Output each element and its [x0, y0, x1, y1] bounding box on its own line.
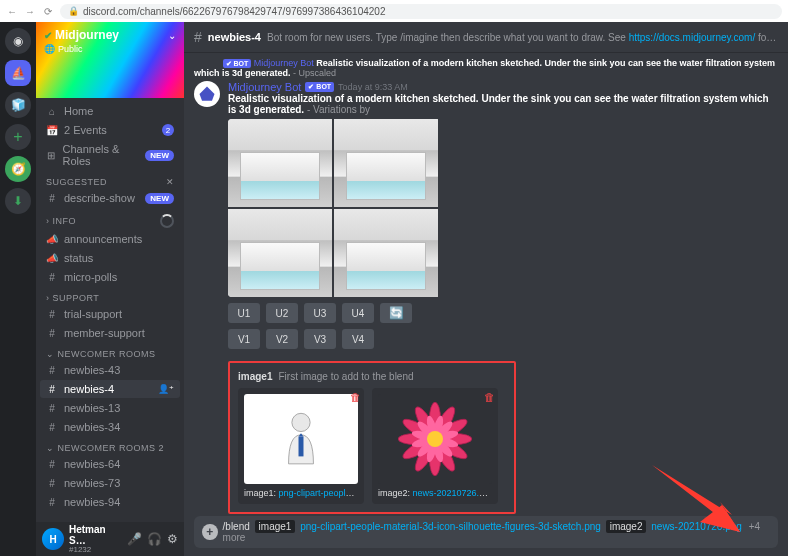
sidebar-item-announcements[interactable]: 📣announcements — [40, 230, 180, 248]
v2-button[interactable]: V2 — [266, 329, 298, 349]
user-panel: H Hetman S… #1232 🎤 🎧 ⚙ — [36, 522, 184, 556]
u3-button[interactable]: U3 — [304, 303, 336, 323]
param-chip[interactable]: image1 — [255, 520, 296, 533]
headphones-icon[interactable]: 🎧 — [147, 532, 162, 546]
message-text: Realistic visualization of a modern kitc… — [228, 93, 778, 115]
explore-button[interactable]: 🧭 — [5, 156, 31, 182]
grid-image-4[interactable] — [334, 209, 438, 297]
url-bar[interactable]: 🔒 discord.com/channels/66226797679842974… — [60, 4, 782, 19]
message-author[interactable]: Midjourney Bot — [254, 58, 314, 68]
person-add-icon[interactable]: 👤⁺ — [158, 384, 174, 394]
hash-icon: # — [46, 478, 58, 489]
delete-icon[interactable]: 🗑 — [350, 391, 361, 403]
v4-button[interactable]: V4 — [342, 329, 374, 349]
message-author[interactable]: Midjourney Bot — [228, 81, 301, 93]
command-preview: /blend image1 png-clipart-people-materia… — [223, 521, 770, 543]
hash-icon: # — [46, 309, 58, 320]
sidebar-item-newbies-13[interactable]: #newbies-13 — [40, 399, 180, 417]
blend-command-box: image1 First image to add to the blend 🗑… — [228, 361, 516, 514]
sidebar-item-home[interactable]: ⌂Home — [40, 102, 180, 120]
bot-tag: ✔ BOT — [305, 82, 334, 92]
bot-avatar[interactable] — [194, 81, 220, 107]
avatar[interactable]: H — [42, 528, 64, 550]
nav-forward[interactable]: → — [24, 5, 36, 17]
sidebar-item-member-support[interactable]: #member-support — [40, 324, 180, 342]
guild-dm[interactable]: ◉ — [5, 28, 31, 54]
u2-button[interactable]: U2 — [266, 303, 298, 323]
sidebar-item-newbies-94[interactable]: #newbies-94 — [40, 493, 180, 511]
guild-other[interactable]: 🧊 — [5, 92, 31, 118]
category-newcomer-1[interactable]: ⌄ NEWCOMER ROOMS — [40, 343, 180, 361]
sidebar-item-status[interactable]: 📣status — [40, 249, 180, 267]
v1-button[interactable]: V1 — [228, 329, 260, 349]
download-button[interactable]: ⬇ — [5, 188, 31, 214]
sidebar-item-newbies-4[interactable]: #newbies-4👤⁺ — [40, 380, 180, 398]
mic-muted-icon[interactable]: 🎤 — [127, 532, 142, 546]
sidebar-item-describe-show[interactable]: #describe-showNEW — [40, 189, 180, 207]
sidebar-label: member-support — [64, 327, 145, 339]
grid-image-1[interactable] — [228, 119, 332, 207]
u1-button[interactable]: U1 — [228, 303, 260, 323]
new-pill: NEW — [145, 193, 174, 204]
sidebar-label: newbies-13 — [64, 402, 120, 414]
svg-point-0 — [292, 413, 310, 431]
nav-back[interactable]: ← — [6, 5, 18, 17]
message-row: ✔ BOT Midjourney Bot Realistic visualiza… — [194, 58, 778, 78]
sidebar-label: newbies-73 — [64, 477, 120, 489]
server-header[interactable]: ✔Midjourney 🌐Public ⌄ — [36, 22, 184, 98]
hash-icon: # — [46, 384, 58, 395]
sidebar-label: Home — [64, 105, 93, 117]
category-newcomer-2[interactable]: ⌄ NEWCOMER ROOMS 2 — [40, 437, 180, 455]
add-server-button[interactable]: + — [5, 124, 31, 150]
channel-sidebar: ✔Midjourney 🌐Public ⌄ ⌂Home 📅2 Events2 ⊞… — [36, 22, 184, 556]
sidebar-item-channels-roles[interactable]: ⊞Channels & RolesNEW — [40, 140, 180, 170]
sidebar-label: trial-support — [64, 308, 122, 320]
verified-icon: ✔ — [44, 30, 52, 41]
category-suggested[interactable]: SUGGESTED✕ — [40, 171, 180, 189]
docs-link[interactable]: https://docs.midjourney.com/ — [629, 32, 756, 43]
svg-rect-1 — [299, 437, 304, 457]
sidebar-item-trial-support[interactable]: #trial-support — [40, 305, 180, 323]
grid-image-3[interactable] — [228, 209, 332, 297]
nav-reload[interactable]: ⟳ — [42, 5, 54, 17]
gear-icon[interactable]: ⚙ — [167, 532, 178, 546]
sidebar-item-newbies-34[interactable]: #newbies-34 — [40, 418, 180, 436]
delete-icon[interactable]: 🗑 — [484, 391, 495, 403]
sidebar-label: describe-show — [64, 192, 135, 204]
attach-button[interactable]: + — [202, 524, 218, 540]
attachment-label: image2: news-20210726.png — [378, 488, 492, 498]
hash-icon: # — [46, 459, 58, 470]
category-info[interactable]: › INFO — [40, 208, 180, 230]
sidebar-item-newbies-64[interactable]: #newbies-64 — [40, 455, 180, 473]
calendar-icon: 📅 — [46, 125, 58, 136]
channel-topic: Bot room for new users. Type /imagine th… — [267, 32, 778, 43]
upscale-row: U1 U2 U3 U4 🔄 — [228, 303, 778, 323]
message-input[interactable]: + /blend image1 png-clipart-people-mater… — [194, 516, 778, 548]
sidebar-item-newbies-73[interactable]: #newbies-73 — [40, 474, 180, 492]
sidebar-item-newbies-43[interactable]: #newbies-43 — [40, 361, 180, 379]
sidebar-label: status — [64, 252, 93, 264]
image-grid[interactable] — [228, 119, 440, 297]
sidebar-item-micro-polls[interactable]: #micro-polls — [40, 268, 180, 286]
attachment-2[interactable]: 🗑 image2: news-20210726 — [372, 388, 498, 504]
browser-chrome: ← → ⟳ 🔒 discord.com/channels/66226797679… — [0, 0, 788, 22]
grid-image-2[interactable] — [334, 119, 438, 207]
close-icon[interactable]: ✕ — [166, 177, 175, 187]
hash-icon: # — [46, 272, 58, 283]
param-chip[interactable]: image2 — [606, 520, 647, 533]
attachment-1[interactable]: 🗑 image1: png-clipart-people-… — [238, 388, 364, 504]
u4-button[interactable]: U4 — [342, 303, 374, 323]
attachment-image — [244, 394, 358, 484]
megaphone-icon: 📣 — [46, 234, 58, 245]
home-icon: ⌂ — [46, 106, 58, 117]
reroll-button[interactable]: 🔄 — [380, 303, 412, 323]
sidebar-label: announcements — [64, 233, 142, 245]
lock-icon: 🔒 — [68, 6, 79, 16]
guild-midjourney[interactable]: ⛵ — [5, 60, 31, 86]
category-support[interactable]: › SUPPORT — [40, 287, 180, 305]
sidebar-item-events[interactable]: 📅2 Events2 — [40, 121, 180, 139]
svg-point-26 — [427, 431, 443, 447]
server-public: Public — [58, 44, 83, 54]
v3-button[interactable]: V3 — [304, 329, 336, 349]
loading-icon — [160, 214, 174, 228]
